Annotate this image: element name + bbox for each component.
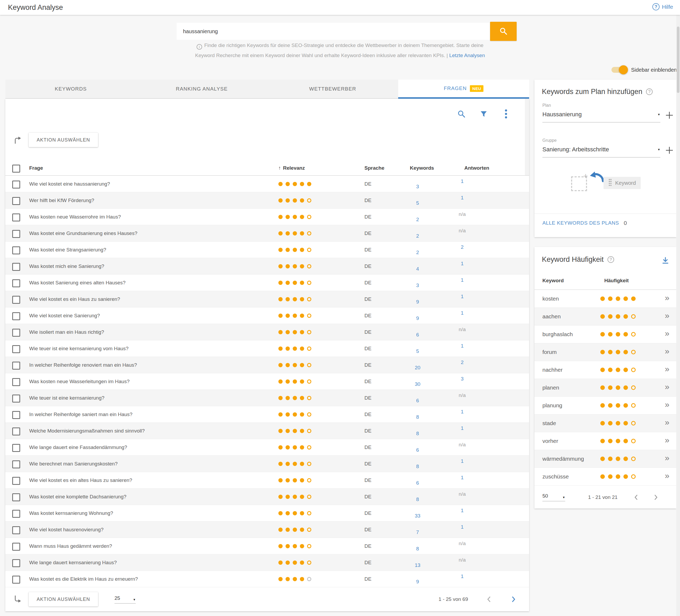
keywords-link[interactable]: 8: [402, 546, 433, 552]
row-checkbox[interactable]: [12, 576, 20, 584]
previous-page-button[interactable]: [486, 596, 492, 603]
keywords-link[interactable]: 8: [402, 464, 433, 469]
all-keywords-link[interactable]: ALLE KEYWORDS DES PLANS: [542, 220, 619, 226]
expand-keyword-icon[interactable]: »: [665, 418, 669, 427]
row-checkbox[interactable]: [12, 510, 20, 518]
more-options-icon[interactable]: [502, 109, 511, 118]
row-checkbox[interactable]: [12, 461, 20, 468]
keywords-link[interactable]: 13: [402, 562, 433, 568]
row-checkbox[interactable]: [12, 279, 20, 287]
row-checkbox[interactable]: [12, 362, 20, 370]
keywords-link[interactable]: 8: [402, 497, 433, 502]
row-checkbox[interactable]: [12, 246, 20, 254]
keywords-link[interactable]: 3: [402, 283, 433, 288]
sidebar-toggle[interactable]: [612, 67, 627, 73]
relevanz-dot: [600, 350, 605, 354]
tab-fragen[interactable]: FRAGEN NEU: [398, 80, 529, 99]
row-checkbox[interactable]: [12, 394, 20, 403]
row-checkbox[interactable]: [12, 263, 20, 271]
gruppe-select[interactable]: Sanierung: Arbeitsschritte ▼: [542, 146, 660, 157]
keywords-link[interactable]: 7: [402, 529, 433, 535]
keywords-link[interactable]: 4: [402, 266, 433, 272]
letzte-analysen-link[interactable]: Letzte Analysen: [449, 53, 485, 58]
keywords-link[interactable]: 9: [402, 579, 433, 585]
next-page-button[interactable]: [510, 596, 517, 603]
table-row: Wer hilft bei KfW Förderung? DE 5 1: [5, 192, 529, 209]
tab-wettbewerber[interactable]: WETTBEWERBER: [267, 80, 398, 99]
frequency-page-size-select[interactable]: 50 ▼: [542, 493, 565, 501]
tab-keywords[interactable]: KEYWORDS: [5, 80, 136, 99]
aktion-auswaehlen-button-bottom[interactable]: AKTION AUSWÄHLEN: [29, 592, 98, 607]
keywords-link[interactable]: 20: [402, 365, 433, 371]
row-checkbox[interactable]: [12, 411, 20, 419]
expand-keyword-icon[interactable]: »: [665, 400, 669, 409]
row-checkbox[interactable]: [12, 477, 20, 485]
add-plan-button[interactable]: [664, 111, 674, 120]
row-checkbox[interactable]: [12, 312, 20, 320]
row-checkbox[interactable]: [12, 345, 20, 353]
row-checkbox[interactable]: [12, 526, 20, 534]
frequency-keyword: nachher: [542, 367, 563, 373]
row-checkbox[interactable]: [12, 543, 20, 551]
row-checkbox[interactable]: [12, 444, 20, 452]
keywords-link[interactable]: 8: [402, 414, 433, 420]
keywords-link[interactable]: 30: [402, 381, 433, 387]
expand-keyword-icon[interactable]: »: [665, 329, 669, 338]
row-checkbox[interactable]: [12, 230, 20, 238]
search-table-icon[interactable]: [457, 109, 466, 118]
keywords-link[interactable]: 8: [402, 431, 433, 437]
keywords-link[interactable]: 6: [402, 398, 433, 404]
page-size-select[interactable]: 25 ▼: [114, 595, 136, 604]
row-checkbox[interactable]: [12, 197, 20, 205]
row-checkbox[interactable]: [12, 428, 20, 436]
keywords-link[interactable]: 9: [402, 316, 433, 321]
help-button[interactable]: ? Hilfe: [652, 3, 673, 10]
expand-keyword-icon[interactable]: »: [665, 453, 669, 463]
row-checkbox[interactable]: [12, 329, 20, 337]
select-all-checkbox[interactable]: [12, 165, 20, 173]
relevanz-dots: [278, 215, 311, 219]
keywords-link[interactable]: 6: [402, 480, 433, 486]
frequency-help-icon[interactable]: ?: [607, 256, 614, 263]
page-scrollbar[interactable]: [676, 15, 680, 616]
expand-keyword-icon[interactable]: »: [665, 293, 669, 303]
expand-keyword-icon[interactable]: »: [665, 311, 669, 321]
search-button[interactable]: [490, 22, 517, 41]
expand-keyword-icon[interactable]: »: [665, 436, 669, 445]
tab-ranking-analyse[interactable]: RANKING ANALYSE: [136, 80, 267, 99]
keyword-search-input[interactable]: [177, 23, 490, 40]
page-scrollbar-thumb[interactable]: [677, 27, 679, 93]
add-gruppe-button[interactable]: [664, 146, 674, 155]
keywords-link[interactable]: 3: [402, 184, 433, 189]
keywords-link[interactable]: 5: [402, 200, 433, 206]
keywords-link[interactable]: 6: [402, 447, 433, 453]
expand-keyword-icon[interactable]: »: [665, 382, 669, 392]
row-checkbox[interactable]: [12, 296, 20, 304]
keywords-link[interactable]: 2: [402, 250, 433, 256]
keyword-drag-chip[interactable]: Keyword: [603, 177, 641, 189]
row-checkbox[interactable]: [12, 559, 20, 567]
expand-keyword-icon[interactable]: »: [665, 471, 669, 480]
keywords-link[interactable]: 2: [402, 233, 433, 239]
expand-keyword-icon[interactable]: »: [665, 364, 669, 374]
sidebar-toggle-label: Sidebar einblenden: [631, 67, 677, 73]
keywords-link[interactable]: 5: [402, 348, 433, 354]
expand-keyword-icon[interactable]: »: [665, 347, 669, 356]
column-relevanz-sort[interactable]: ↑ Relevanz: [278, 165, 305, 171]
row-checkbox[interactable]: [12, 181, 20, 188]
plan-select[interactable]: Haussanierung ▼: [542, 111, 660, 122]
keywords-link[interactable]: 33: [402, 513, 433, 519]
keywords-link[interactable]: 2: [402, 217, 433, 223]
keywords-link[interactable]: 6: [402, 332, 433, 338]
download-icon[interactable]: [661, 257, 669, 266]
row-checkbox[interactable]: [12, 378, 20, 386]
row-checkbox[interactable]: [12, 493, 20, 501]
frequency-previous-page-button[interactable]: [633, 494, 640, 500]
plan-help-icon[interactable]: ?: [646, 88, 653, 95]
keyword-frequency-panel: Keyword Häufigkeit ? Keyword Häufigkeit …: [534, 247, 676, 508]
row-checkbox[interactable]: [12, 213, 20, 222]
filter-icon[interactable]: [479, 109, 488, 118]
keywords-link[interactable]: 9: [402, 299, 433, 305]
aktion-auswaehlen-button-top[interactable]: AKTION AUSWÄHLEN: [29, 133, 98, 147]
frequency-next-page-button[interactable]: [653, 494, 659, 500]
